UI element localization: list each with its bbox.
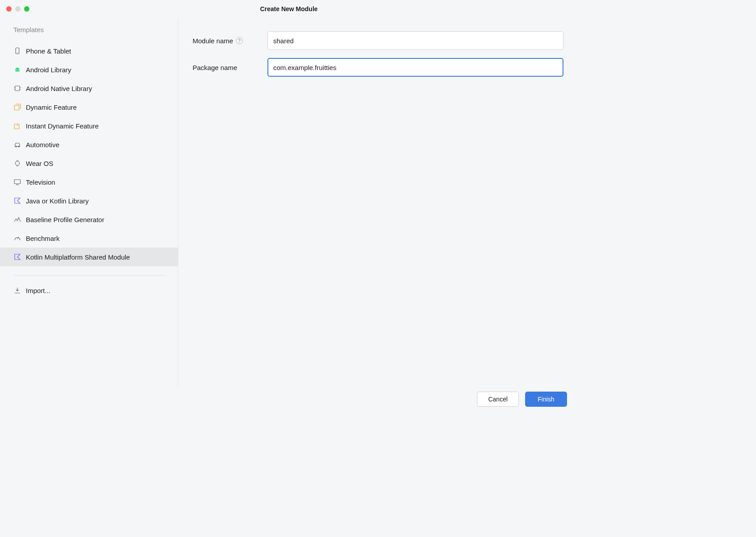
sidebar-item-label: Kotlin Multiplatform Shared Module xyxy=(26,253,130,261)
sidebar-item-label: Automotive xyxy=(26,141,59,149)
phone-tablet-icon xyxy=(13,47,21,55)
kotlin-icon xyxy=(13,197,21,205)
module-name-label: Module name ? xyxy=(193,37,267,45)
sidebar-item-label: Wear OS xyxy=(26,160,53,167)
android-icon xyxy=(13,66,21,74)
svg-rect-4 xyxy=(15,86,20,91)
sidebar-item-label: Android Native Library xyxy=(26,85,92,92)
sidebar-item-phone-tablet[interactable]: Phone & Tablet xyxy=(0,41,178,60)
automotive-icon xyxy=(13,140,21,149)
sidebar-item-android-library[interactable]: Android Library xyxy=(0,60,178,79)
svg-rect-12 xyxy=(14,180,21,184)
svg-point-2 xyxy=(16,70,17,70)
sidebar-item-label: Television xyxy=(26,178,55,186)
sidebar-item-instant-dynamic-feature[interactable]: Instant Dynamic Feature xyxy=(0,116,178,135)
sidebar-item-kotlin-multiplatform-shared-module[interactable]: Kotlin Multiplatform Shared Module xyxy=(0,248,178,266)
native-library-icon xyxy=(13,84,21,92)
sidebar-item-label: Android Library xyxy=(26,66,71,74)
package-name-input[interactable] xyxy=(267,58,563,77)
benchmark-icon xyxy=(13,234,21,242)
television-icon xyxy=(13,178,21,186)
minimize-window-button[interactable] xyxy=(15,6,21,12)
maximize-window-button[interactable] xyxy=(24,6,29,12)
sidebar-item-label: Import... xyxy=(26,287,50,294)
sidebar-item-label: Java or Kotlin Library xyxy=(26,197,89,205)
sidebar-item-label: Dynamic Feature xyxy=(26,103,77,111)
sidebar-item-wear-os[interactable]: Wear OS xyxy=(0,154,178,173)
form-panel: Module name ? Package name xyxy=(178,18,578,386)
module-name-input[interactable] xyxy=(267,31,563,50)
sidebar-item-label: Benchmark xyxy=(26,235,60,242)
instant-dynamic-feature-icon xyxy=(13,122,21,130)
svg-point-11 xyxy=(16,161,20,165)
window-controls xyxy=(0,6,29,12)
sidebar-item-benchmark[interactable]: Benchmark xyxy=(0,229,178,248)
kotlin-multiplatform-icon xyxy=(13,253,21,261)
sidebar-item-import[interactable]: Import... xyxy=(0,281,178,300)
wear-os-icon xyxy=(13,159,21,167)
dialog-footer: Cancel Finish xyxy=(0,386,578,412)
sidebar-heading: Templates xyxy=(0,26,178,41)
titlebar: Create New Module xyxy=(0,0,578,18)
svg-point-3 xyxy=(18,70,19,70)
sidebar-item-java-kotlin-library[interactable]: Java or Kotlin Library xyxy=(0,191,178,210)
sidebar-divider xyxy=(13,275,164,276)
sidebar-item-label: Baseline Profile Generator xyxy=(26,216,104,223)
sidebar-item-android-native-library[interactable]: Android Native Library xyxy=(0,79,178,98)
finish-button[interactable]: Finish xyxy=(525,392,567,407)
window-title: Create New Module xyxy=(0,5,578,12)
dynamic-feature-icon xyxy=(13,103,21,111)
package-name-label: Package name xyxy=(193,64,267,71)
help-icon[interactable]: ? xyxy=(236,37,243,44)
sidebar-item-baseline-profile-generator[interactable]: Baseline Profile Generator xyxy=(0,210,178,229)
close-window-button[interactable] xyxy=(6,6,12,12)
templates-sidebar: Templates Phone & Tablet Android Library… xyxy=(0,18,178,386)
sidebar-item-television[interactable]: Television xyxy=(0,173,178,191)
sidebar-item-label: Instant Dynamic Feature xyxy=(26,122,99,130)
sidebar-item-dynamic-feature[interactable]: Dynamic Feature xyxy=(0,98,178,116)
import-icon xyxy=(13,286,21,294)
sidebar-item-label: Phone & Tablet xyxy=(26,47,71,55)
cancel-button[interactable]: Cancel xyxy=(477,392,519,407)
sidebar-item-automotive[interactable]: Automotive xyxy=(0,135,178,154)
baseline-profile-icon xyxy=(13,215,21,223)
